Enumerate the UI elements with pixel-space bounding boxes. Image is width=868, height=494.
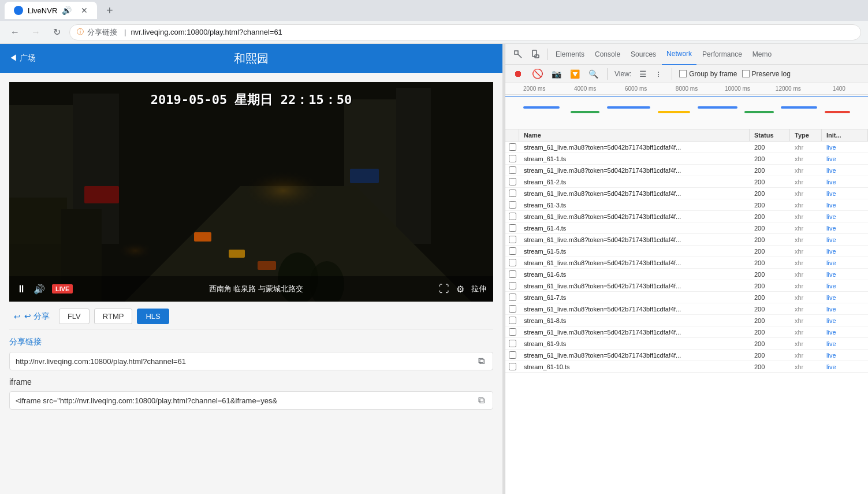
row-initiator[interactable]: live bbox=[822, 269, 868, 280]
table-row[interactable]: stream_61_live.m3u8?token=5d042b71743bff… bbox=[505, 188, 868, 199]
row-checkbox[interactable] bbox=[509, 166, 516, 174]
reload-button[interactable]: ↻ bbox=[49, 24, 65, 40]
table-row[interactable]: stream_61_live.m3u8?token=5d042b71743bff… bbox=[505, 350, 868, 361]
table-row[interactable]: stream_61_live.m3u8?token=5d042b71743bff… bbox=[505, 165, 868, 176]
preserve-log-checkbox[interactable] bbox=[742, 70, 750, 77]
table-row[interactable]: stream_61_live.m3u8?token=5d042b71743bff… bbox=[505, 257, 868, 269]
row-initiator[interactable]: live bbox=[822, 142, 868, 153]
tab-flv[interactable]: FLV bbox=[59, 309, 90, 324]
browser-tab[interactable]: LiveNVR 🔊 ✕ bbox=[5, 2, 97, 19]
tab-console[interactable]: Console bbox=[590, 50, 625, 58]
group-by-frame-label: Group by frame bbox=[689, 70, 737, 78]
row-initiator[interactable]: live bbox=[822, 188, 868, 199]
new-tab-button[interactable]: + bbox=[102, 4, 118, 17]
tab-audio-icon[interactable]: 🔊 bbox=[62, 6, 72, 15]
table-row[interactable]: stream_61-9.ts 200 xhr live bbox=[505, 338, 868, 350]
row-checkbox[interactable] bbox=[509, 143, 516, 151]
row-initiator[interactable]: live bbox=[822, 246, 868, 257]
row-initiator[interactable]: live bbox=[822, 292, 868, 303]
tab-elements[interactable]: Elements bbox=[551, 50, 589, 58]
row-initiator[interactable]: live bbox=[822, 235, 868, 245]
record-button[interactable]: ⏺ bbox=[510, 66, 526, 82]
table-row[interactable]: stream_61-7.ts 200 xhr live bbox=[505, 292, 868, 303]
row-initiator[interactable]: live bbox=[822, 339, 868, 349]
tab-hls[interactable]: HLS bbox=[137, 309, 169, 324]
address-bar[interactable]: ⓘ 分享链接 | nvr.liveqing.com:10800/play.htm… bbox=[69, 24, 861, 40]
clear-button[interactable]: 🚫 bbox=[531, 67, 545, 81]
filter-button[interactable]: 🔽 bbox=[568, 67, 582, 81]
table-row[interactable]: stream_61-10.ts 200 xhr live bbox=[505, 361, 868, 373]
table-row[interactable]: stream_61_live.m3u8?token=5d042b71743bff… bbox=[505, 326, 868, 338]
row-checkbox[interactable] bbox=[509, 236, 516, 243]
copy-link-button[interactable]: ⧉ bbox=[476, 356, 487, 366]
row-initiator[interactable]: live bbox=[822, 165, 868, 176]
row-initiator[interactable]: live bbox=[822, 327, 868, 337]
row-checkbox[interactable] bbox=[509, 351, 516, 359]
table-row[interactable]: stream_61-5.ts 200 xhr live bbox=[505, 246, 868, 257]
forward-button[interactable]: → bbox=[28, 24, 44, 40]
table-row[interactable]: stream_61-6.ts 200 xhr live bbox=[505, 269, 868, 280]
tab-rtmp[interactable]: RTMP bbox=[94, 309, 133, 324]
group-by-frame-checkbox[interactable] bbox=[679, 70, 687, 77]
list-view-button[interactable]: ☰ bbox=[636, 67, 650, 81]
copy-iframe-button[interactable]: ⧉ bbox=[476, 395, 487, 406]
row-checkbox[interactable] bbox=[509, 363, 516, 370]
devtools-device-button[interactable] bbox=[527, 46, 543, 62]
row-checkbox[interactable] bbox=[509, 340, 516, 347]
table-row[interactable]: stream_61_live.m3u8?token=5d042b71743bff… bbox=[505, 280, 868, 292]
row-checkbox[interactable] bbox=[509, 270, 516, 278]
row-checkbox[interactable] bbox=[509, 201, 516, 209]
table-row[interactable]: stream_61-1.ts 200 xhr live bbox=[505, 153, 868, 165]
row-initiator[interactable]: live bbox=[822, 211, 868, 222]
row-initiator[interactable]: live bbox=[822, 200, 868, 210]
row-initiator[interactable]: live bbox=[822, 258, 868, 268]
back-button[interactable]: ◀ 广场 bbox=[9, 53, 36, 64]
table-row[interactable]: stream_61-4.ts 200 xhr live bbox=[505, 222, 868, 234]
search-button[interactable]: 🔍 bbox=[586, 67, 600, 81]
tab-memory[interactable]: Memo bbox=[748, 50, 776, 58]
share-button[interactable]: ↩ ↩ 分享 bbox=[9, 309, 54, 324]
row-checkbox[interactable] bbox=[509, 224, 516, 232]
row-checkbox[interactable] bbox=[509, 247, 516, 255]
table-row[interactable]: stream_61_live.m3u8?token=5d042b71743bff… bbox=[505, 142, 868, 153]
table-row[interactable]: stream_61_live.m3u8?token=5d042b71743bff… bbox=[505, 303, 868, 315]
row-initiator[interactable]: live bbox=[822, 304, 868, 314]
table-row[interactable]: stream_61_live.m3u8?token=5d042b71743bff… bbox=[505, 234, 868, 246]
row-type: xhr bbox=[790, 223, 822, 233]
row-initiator[interactable]: live bbox=[822, 362, 868, 372]
tab-performance[interactable]: Performance bbox=[698, 50, 747, 58]
row-checkbox[interactable] bbox=[509, 328, 516, 336]
row-initiator[interactable]: live bbox=[822, 177, 868, 187]
waterfall-view-button[interactable]: ⫶ bbox=[651, 67, 665, 81]
table-row[interactable]: stream_61-3.ts 200 xhr live bbox=[505, 199, 868, 211]
volume-button[interactable]: 🔊 bbox=[33, 284, 45, 295]
col-status: Status bbox=[750, 129, 790, 141]
camera-button[interactable]: 📷 bbox=[549, 67, 563, 81]
row-initiator[interactable]: live bbox=[822, 350, 868, 361]
devtools-inspect-button[interactable] bbox=[510, 46, 526, 62]
stretch-label[interactable]: 拉伸 bbox=[471, 284, 486, 294]
row-checkbox[interactable] bbox=[509, 155, 516, 162]
tab-network[interactable]: Network bbox=[662, 44, 696, 65]
tab-sources[interactable]: Sources bbox=[626, 50, 661, 58]
row-checkbox[interactable] bbox=[509, 282, 516, 289]
row-checkbox[interactable] bbox=[509, 305, 516, 313]
table-row[interactable]: stream_61-2.ts 200 xhr live bbox=[505, 176, 868, 188]
row-checkbox[interactable] bbox=[509, 317, 516, 324]
fullscreen-button[interactable]: ⛶ bbox=[439, 283, 449, 295]
pause-button[interactable]: ⏸ bbox=[16, 283, 27, 295]
row-checkbox[interactable] bbox=[509, 213, 516, 220]
row-checkbox[interactable] bbox=[509, 259, 516, 266]
row-checkbox[interactable] bbox=[509, 190, 516, 197]
table-row[interactable]: stream_61_live.m3u8?token=5d042b71743bff… bbox=[505, 211, 868, 222]
row-initiator[interactable]: live bbox=[822, 223, 868, 233]
row-initiator[interactable]: live bbox=[822, 154, 868, 164]
table-row[interactable]: stream_61-8.ts 200 xhr live bbox=[505, 315, 868, 326]
row-initiator[interactable]: live bbox=[822, 281, 868, 291]
tab-close-icon[interactable]: ✕ bbox=[81, 6, 88, 14]
row-checkbox[interactable] bbox=[509, 178, 516, 185]
settings-button[interactable]: ⚙ bbox=[456, 284, 464, 295]
row-checkbox[interactable] bbox=[509, 294, 516, 301]
row-initiator[interactable]: live bbox=[822, 315, 868, 326]
back-button[interactable]: ← bbox=[7, 24, 23, 40]
